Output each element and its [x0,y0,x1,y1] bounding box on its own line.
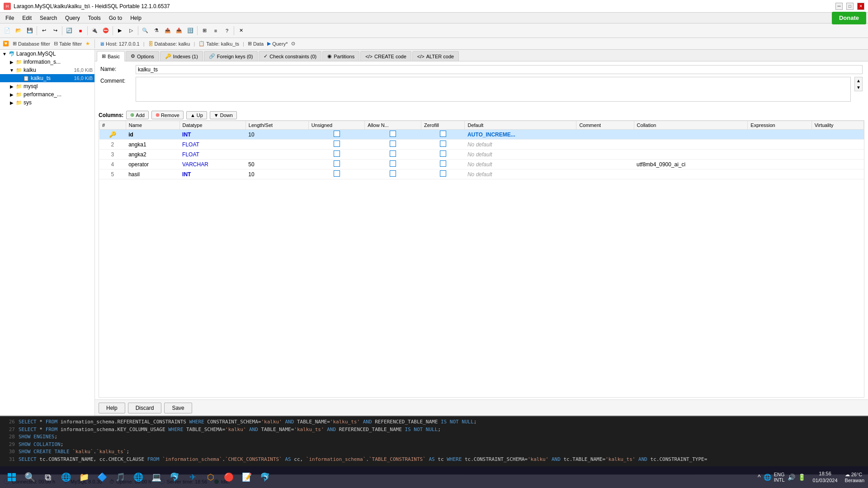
unsigned-checkbox[interactable] [334,160,340,167]
scroll-down-button[interactable]: ▼ [855,84,862,91]
tray-battery[interactable]: 🔋 [798,474,806,481]
zerofill-checkbox[interactable] [440,160,446,167]
taskbar-search[interactable]: 🔍 [22,469,38,485]
col-allow_null[interactable] [365,130,421,140]
tab-options[interactable]: ⚙ Options [126,51,159,61]
host-breadcrumb[interactable]: 🖥 Host: 127.0.0.1 [99,41,140,47]
tab-alter-code[interactable]: </> ALTER code [412,51,459,61]
tab-partitions[interactable]: ◉ Partitions [322,51,359,61]
table-row[interactable]: 3angka2FLOATNo default [99,150,864,160]
toolbar-rows[interactable]: ≡ [210,25,221,36]
toolbar-query[interactable]: ▶ [114,25,125,36]
unsigned-checkbox[interactable] [334,170,340,177]
toolbar-export[interactable]: 📤 [162,25,173,36]
zerofill-checkbox[interactable] [440,150,446,157]
toolbar-stop[interactable]: ■ [75,25,86,36]
zerofill-checkbox[interactable] [440,141,446,147]
col-zerofill[interactable] [421,169,465,179]
tab-foreign-keys[interactable]: 🔗 Foreign keys (0) [204,51,258,61]
zerofill-checkbox[interactable] [440,170,446,177]
toolbar-new[interactable]: 📄 [2,25,13,36]
taskbar-notes[interactable]: 📝 [239,469,255,485]
taskbar-chrome[interactable]: 🌐 [130,469,146,485]
sidebar-item-kalku[interactable]: ▼ 📁 kalku 16,0 KiB [0,66,94,74]
unsigned-checkbox[interactable] [334,150,340,157]
taskbar-telegram[interactable]: ✈ [184,469,201,485]
col-zerofill[interactable] [421,150,465,160]
table-breadcrumb[interactable]: 📋 Table: kalku_ts [198,41,239,47]
col-zerofill[interactable] [421,160,465,169]
toolbar-help[interactable]: ? [222,25,232,36]
toolbar-save[interactable]: 💾 [24,25,35,36]
name-input[interactable] [136,65,863,74]
data-breadcrumb[interactable]: ⊞ Data [248,41,264,47]
favorite-icon[interactable]: ★ [85,41,90,47]
toolbar-close[interactable]: ✕ [236,25,246,36]
toolbar-connect[interactable]: 🔌 [89,25,100,36]
toolbar-disconnect[interactable]: ⛔ [100,25,111,36]
taskbar-files[interactable]: 📁 [76,469,92,485]
unsigned-checkbox[interactable] [334,141,340,147]
toolbar-back[interactable]: ↩ [38,25,49,36]
sidebar-item-mysql[interactable]: ▶ 📁 mysql [0,82,94,90]
up-column-button[interactable]: ▲ Up [186,111,207,119]
col-unsigned[interactable] [308,169,365,179]
toolbar-filter[interactable]: ⚗ [151,25,162,36]
toolbar-run-selected[interactable]: ▷ [126,25,137,36]
table-row[interactable]: 4operatorVARCHAR50No defaultutf8mb4_0900… [99,160,864,169]
save-button[interactable]: Save [164,403,192,413]
toolbar-search[interactable]: 🔍 [140,25,151,36]
col-unsigned[interactable] [308,150,365,160]
allow_null-checkbox[interactable] [390,141,396,147]
table-row[interactable]: 5hasilINT10No default [99,169,864,179]
close-button[interactable]: ✕ [857,3,864,10]
tray-arrow[interactable]: ^ [758,474,761,481]
allow_null-checkbox[interactable] [390,170,396,177]
menu-search[interactable]: Search [36,14,61,22]
comment-input[interactable] [136,77,851,102]
allow_null-checkbox[interactable] [390,160,396,167]
help-button[interactable]: Help [99,403,125,413]
toolbar-refresh[interactable]: 🔄 [64,25,75,36]
table-filter[interactable]: ⊟ Table filter [54,41,82,47]
tab-indexes[interactable]: 🔑 Indexes (1) [160,51,203,61]
tray-network[interactable]: 🌐 [764,474,771,481]
menu-help[interactable]: Help [127,14,145,22]
down-column-button[interactable]: ▼ Down [210,111,237,119]
col-unsigned[interactable] [308,160,365,169]
col-allow_null[interactable] [365,140,421,150]
allow_null-checkbox[interactable] [390,150,396,157]
col-unsigned[interactable] [308,140,365,150]
unsigned-checkbox[interactable] [334,131,340,137]
toolbar-open[interactable]: 📂 [13,25,24,36]
table-row[interactable]: 🔑idINT10AUTO_INCREME... [99,130,864,140]
add-column-button[interactable]: ⊕ Add [126,111,149,119]
query-breadcrumb[interactable]: ▶ Query* [267,41,288,47]
toolbar-counter[interactable]: 🔢 [185,25,196,36]
taskbar-sublime[interactable]: ⬡ [203,469,219,485]
menu-edit[interactable]: Edit [19,14,35,22]
toolbar-forward[interactable]: ↪ [50,25,61,36]
sidebar-item-information[interactable]: ▶ 📁 information_s... [0,58,94,66]
minimize-button[interactable]: ─ [835,3,843,10]
menu-file[interactable]: File [2,14,18,22]
sidebar-item-laragon[interactable]: ▼ 🐬 Laragon.MySQL [0,50,94,58]
menu-query[interactable]: Query [61,14,84,22]
table-row[interactable]: 2angka1FLOATNo default [99,140,864,150]
start-button[interactable] [4,469,20,485]
taskbar-browser[interactable]: 🌐 [58,469,74,485]
col-allow_null[interactable] [365,169,421,179]
tab-check-constraints[interactable]: ✓ Check constraints (0) [259,51,321,61]
taskbar-edge[interactable]: 🔷 [94,469,110,485]
toolbar-table[interactable]: ⊞ [199,25,210,36]
allow_null-checkbox[interactable] [390,131,396,137]
taskbar-spotify[interactable]: 🎵 [112,469,128,485]
taskbar-vscode[interactable]: 💻 [148,469,165,485]
menu-goto[interactable]: Go to [105,14,126,22]
taskbar-heidisql[interactable]: 🔴 [221,469,237,485]
menu-tools[interactable]: Tools [85,14,104,22]
tray-lang[interactable]: ENGINTL [774,472,785,483]
col-zerofill[interactable] [421,130,465,140]
sidebar-item-performance[interactable]: ▶ 📁 performance_... [0,90,94,99]
col-allow_null[interactable] [365,160,421,169]
